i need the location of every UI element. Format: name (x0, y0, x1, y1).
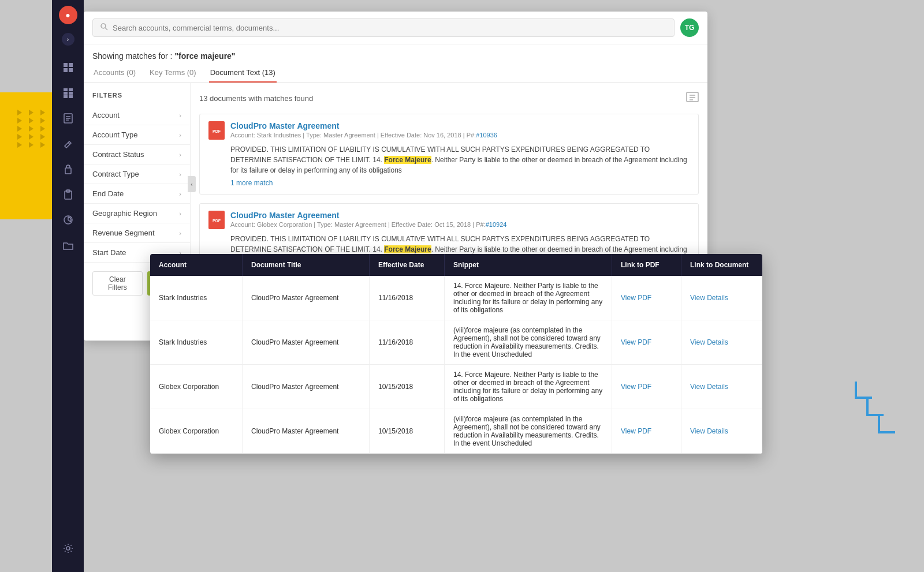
view-details-link-2[interactable]: View Details (690, 338, 728, 346)
table-header-row: Account Document Title Effective Date Sn… (150, 254, 762, 276)
sidebar-item-grid[interactable] (58, 83, 79, 103)
doc-meta-2: Account: Globex Corporation | Type: Mast… (230, 221, 506, 228)
tab-accounts[interactable]: Accounts (0) (92, 63, 137, 83)
filter-end-date-chevron: › (179, 190, 181, 197)
filter-contract-type-chevron: › (179, 171, 181, 178)
svg-rect-15 (65, 168, 71, 174)
table-header-snippet: Snippet (445, 254, 612, 276)
view-pdf-link-2[interactable]: View PDF (621, 338, 651, 346)
table-cell-date: 10/15/2018 (370, 365, 445, 409)
filter-end-date[interactable]: End Date › (84, 184, 190, 204)
table-cell-pdf-link: View PDF (612, 320, 681, 364)
filter-account[interactable]: Account › (84, 106, 190, 125)
blue-corner-decoration-1 (855, 382, 872, 399)
sidebar-item-analytics[interactable] (58, 210, 79, 230)
results-count-text: 13 documents with matches found (199, 94, 313, 103)
data-table-overlay: Account Document Title Effective Date Sn… (150, 254, 762, 454)
sidebar-item-security[interactable] (58, 159, 79, 180)
filter-contract-type[interactable]: Contract Type › (84, 165, 190, 184)
svg-point-20 (101, 24, 106, 28)
view-details-link-4[interactable]: View Details (690, 427, 728, 435)
sidebar-item-folder[interactable] (58, 235, 79, 256)
filter-contract-status-label: Contract Status (92, 150, 144, 159)
view-details-link-3[interactable]: View Details (690, 383, 728, 391)
sidebar-expand-button[interactable]: › (62, 33, 74, 46)
view-pdf-link-3[interactable]: View PDF (621, 383, 651, 391)
highlight-2: Force Majeure (384, 245, 431, 253)
export-icon[interactable] (686, 92, 699, 105)
more-matches-1[interactable]: 1 more match (208, 179, 690, 187)
filter-start-date-label: Start Date (92, 248, 126, 257)
tab-document-text[interactable]: Document Text (13) (209, 63, 277, 83)
table-cell-snippet: 14. Force Majeure. Neither Party is liab… (445, 276, 612, 320)
table-row: Stark Industries CloudPro Master Agreeme… (150, 276, 762, 320)
filters-title: FILTERS (84, 92, 190, 106)
table-cell-doc-link: View Details (681, 276, 762, 320)
doc-excerpt-1: PROVIDED. THIS LIMITATION OF LIABILITY I… (208, 144, 690, 175)
search-query-display: "force majeure" (174, 51, 235, 61)
filter-revenue-segment[interactable]: Revenue Segment › (84, 223, 190, 243)
table-cell-pdf-link: View PDF (612, 276, 681, 320)
table-cell-pdf-link: View PDF (612, 365, 681, 409)
table-cell-pdf-link: View PDF (612, 409, 681, 453)
tab-key-terms[interactable]: Key Terms (0) (148, 63, 198, 83)
filter-account-type-label: Account Type (92, 130, 138, 139)
svg-rect-8 (64, 95, 68, 98)
table-cell-doc-title: CloudPro Master Agreement (243, 320, 370, 364)
filter-contract-status-chevron: › (179, 151, 181, 158)
clear-filters-button[interactable]: Clear Filters (92, 271, 143, 296)
showing-text: Showing matches for : (92, 51, 173, 61)
sidebar-item-dashboard[interactable] (58, 57, 79, 78)
svg-text:PDF: PDF (213, 129, 221, 133)
view-pdf-link-1[interactable]: View PDF (621, 294, 651, 302)
table-cell-account: Globex Corporation (150, 409, 243, 453)
table-header-document-title: Document Title (243, 254, 370, 276)
filter-account-type-chevron: › (179, 132, 181, 139)
doc-header-2: PDF CloudPro Master Agreement Account: G… (208, 211, 690, 229)
table-cell-date: 10/15/2018 (370, 409, 445, 453)
filter-geographic-region-label: Geographic Region (92, 209, 157, 218)
filter-geographic-region[interactable]: Geographic Region › (84, 204, 190, 223)
sidebar-item-clipboard[interactable] (58, 184, 79, 205)
svg-line-21 (105, 28, 107, 30)
sidebar: ● › (52, 0, 84, 572)
svg-text:PDF: PDF (213, 219, 221, 223)
doc-title-2[interactable]: CloudPro Master Agreement (230, 211, 506, 220)
table-cell-doc-link: View Details (681, 320, 762, 364)
table-cell-date: 11/16/2018 (370, 320, 445, 364)
doc-title-1[interactable]: CloudPro Master Agreement (230, 121, 497, 130)
svg-rect-5 (69, 88, 73, 91)
doc-meta-link-1[interactable]: #10936 (476, 132, 497, 139)
table-cell-doc-title: CloudPro Master Agreement (243, 409, 370, 453)
filter-revenue-segment-chevron: › (179, 230, 181, 237)
filter-contract-status[interactable]: Contract Status › (84, 145, 190, 165)
pdf-icon-2: PDF (208, 211, 225, 229)
filters-collapse-toggle[interactable]: ‹ (188, 176, 196, 192)
filter-account-chevron: › (179, 112, 181, 119)
svg-rect-9 (69, 95, 73, 98)
blue-corner-decoration-3 (878, 416, 895, 433)
sidebar-item-settings[interactable] (58, 538, 79, 559)
results-count: 13 documents with matches found (199, 92, 699, 105)
svg-point-19 (66, 547, 70, 550)
doc-meta-link-2[interactable]: #10924 (486, 221, 507, 228)
table-header-effective-date: Effective Date (370, 254, 445, 276)
filter-geographic-region-chevron: › (179, 210, 181, 217)
sidebar-item-documents[interactable] (58, 108, 79, 129)
blue-corner-decoration-2 (866, 399, 884, 416)
table-cell-doc-link: View Details (681, 365, 762, 409)
view-pdf-link-4[interactable]: View PDF (621, 427, 651, 435)
svg-line-14 (68, 143, 70, 144)
table-cell-doc-link: View Details (681, 409, 762, 453)
filter-revenue-segment-label: Revenue Segment (92, 229, 155, 237)
sidebar-item-edit[interactable] (58, 133, 79, 154)
table-header-link-pdf: Link to PDF (612, 254, 681, 276)
search-input[interactable] (113, 24, 286, 32)
table-cell-account: Stark Industries (150, 276, 243, 320)
table-cell-snippet: (viii)force majeure (as contemplated in … (445, 409, 612, 453)
doc-info-2: CloudPro Master Agreement Account: Globe… (230, 211, 506, 228)
filter-account-type[interactable]: Account Type › (84, 125, 190, 145)
highlight-1: Force Majeure (384, 156, 431, 164)
view-details-link-1[interactable]: View Details (690, 294, 728, 302)
search-input-container[interactable] (92, 18, 675, 37)
